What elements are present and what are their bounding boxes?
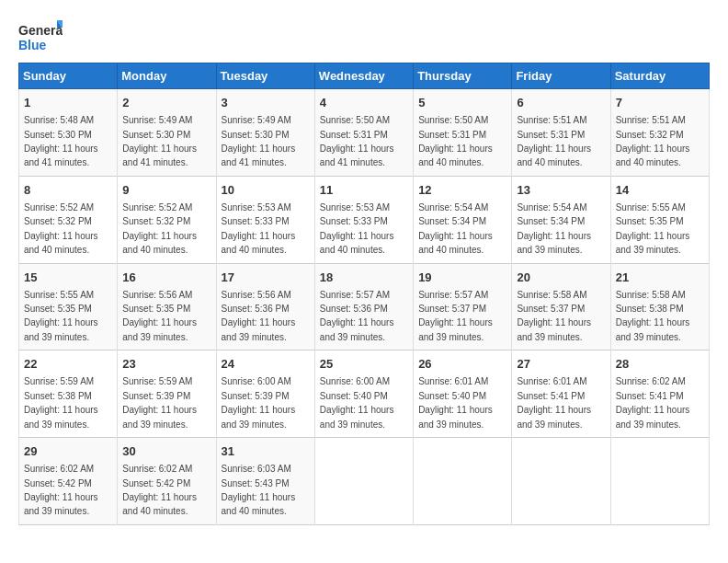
- day-info: Sunrise: 5:52 AMSunset: 5:32 PMDaylight:…: [24, 202, 98, 255]
- day-info: Sunrise: 6:00 AMSunset: 5:40 PMDaylight:…: [320, 376, 394, 429]
- day-number: 26: [418, 356, 506, 373]
- calendar-cell: [610, 438, 709, 525]
- day-number: 22: [24, 356, 112, 373]
- calendar-cell: 9 Sunrise: 5:52 AMSunset: 5:32 PMDayligh…: [118, 176, 216, 263]
- day-number: 4: [320, 95, 408, 111]
- col-header-thursday: Thursday: [414, 63, 512, 89]
- calendar-week-1: 1 Sunrise: 5:48 AMSunset: 5:30 PMDayligh…: [19, 89, 710, 177]
- calendar-cell: 29 Sunrise: 6:02 AMSunset: 5:42 PMDaylig…: [19, 438, 118, 525]
- day-info: Sunrise: 5:58 AMSunset: 5:38 PMDaylight:…: [616, 290, 690, 342]
- calendar-cell: 5 Sunrise: 5:50 AMSunset: 5:31 PMDayligh…: [414, 89, 512, 177]
- day-info: Sunrise: 6:01 AMSunset: 5:41 PMDaylight:…: [517, 376, 591, 429]
- day-number: 15: [24, 270, 112, 286]
- calendar-cell: 30 Sunrise: 6:02 AMSunset: 5:42 PMDaylig…: [118, 438, 216, 525]
- calendar-cell: 13 Sunrise: 5:54 AMSunset: 5:34 PMDaylig…: [512, 176, 610, 263]
- day-number: 30: [122, 443, 210, 460]
- day-info: Sunrise: 6:02 AMSunset: 5:41 PMDaylight:…: [616, 376, 690, 429]
- day-number: 19: [418, 270, 506, 286]
- day-number: 11: [320, 182, 408, 199]
- day-info: Sunrise: 5:53 AMSunset: 5:33 PMDaylight:…: [320, 202, 394, 255]
- day-info: Sunrise: 5:57 AMSunset: 5:37 PMDaylight:…: [418, 290, 493, 342]
- calendar-cell: 15 Sunrise: 5:55 AMSunset: 5:35 PMDaylig…: [19, 263, 118, 350]
- day-info: Sunrise: 5:55 AMSunset: 5:35 PMDaylight:…: [616, 202, 690, 255]
- calendar-cell: [414, 438, 512, 525]
- day-info: Sunrise: 5:50 AMSunset: 5:31 PMDaylight:…: [320, 115, 394, 167]
- calendar-cell: 18 Sunrise: 5:57 AMSunset: 5:36 PMDaylig…: [314, 263, 413, 350]
- col-header-saturday: Saturday: [610, 63, 709, 89]
- day-number: 2: [122, 95, 210, 111]
- day-info: Sunrise: 6:02 AMSunset: 5:42 PMDaylight:…: [122, 464, 197, 516]
- calendar-cell: 28 Sunrise: 6:02 AMSunset: 5:41 PMDaylig…: [610, 350, 709, 438]
- day-number: 5: [418, 95, 506, 111]
- day-info: Sunrise: 5:57 AMSunset: 5:36 PMDaylight:…: [320, 290, 394, 342]
- calendar-cell: [314, 438, 413, 525]
- svg-text:General: General: [18, 23, 63, 38]
- day-info: Sunrise: 5:49 AMSunset: 5:30 PMDaylight:…: [122, 115, 197, 167]
- day-number: 3: [222, 95, 310, 111]
- calendar-cell: 14 Sunrise: 5:55 AMSunset: 5:35 PMDaylig…: [610, 176, 709, 263]
- calendar-cell: 7 Sunrise: 5:51 AMSunset: 5:32 PMDayligh…: [610, 89, 709, 177]
- day-number: 10: [222, 182, 310, 199]
- page-header: General Blue: [18, 18, 710, 57]
- day-number: 23: [122, 356, 210, 373]
- calendar-cell: 27 Sunrise: 6:01 AMSunset: 5:41 PMDaylig…: [512, 350, 610, 438]
- calendar-cell: 6 Sunrise: 5:51 AMSunset: 5:31 PMDayligh…: [512, 89, 610, 177]
- day-info: Sunrise: 5:49 AMSunset: 5:30 PMDaylight:…: [222, 115, 296, 167]
- day-info: Sunrise: 5:50 AMSunset: 5:31 PMDaylight:…: [418, 115, 493, 167]
- calendar-cell: 20 Sunrise: 5:58 AMSunset: 5:37 PMDaylig…: [512, 263, 610, 350]
- calendar-cell: 4 Sunrise: 5:50 AMSunset: 5:31 PMDayligh…: [314, 89, 413, 177]
- calendar-cell: 19 Sunrise: 5:57 AMSunset: 5:37 PMDaylig…: [414, 263, 512, 350]
- day-number: 17: [222, 270, 310, 286]
- col-header-tuesday: Tuesday: [216, 63, 314, 89]
- calendar-week-4: 22 Sunrise: 5:59 AMSunset: 5:38 PMDaylig…: [19, 350, 710, 438]
- day-info: Sunrise: 6:00 AMSunset: 5:39 PMDaylight:…: [222, 376, 296, 429]
- calendar-cell: 10 Sunrise: 5:53 AMSunset: 5:33 PMDaylig…: [216, 176, 314, 263]
- day-number: 28: [616, 356, 704, 373]
- day-number: 16: [122, 270, 210, 286]
- day-number: 27: [517, 356, 605, 373]
- calendar-cell: 31 Sunrise: 6:03 AMSunset: 5:43 PMDaylig…: [216, 438, 314, 525]
- day-number: 13: [517, 182, 605, 199]
- col-header-monday: Monday: [118, 63, 216, 89]
- day-info: Sunrise: 5:59 AMSunset: 5:38 PMDaylight:…: [24, 376, 98, 429]
- calendar-cell: 16 Sunrise: 5:56 AMSunset: 5:35 PMDaylig…: [118, 263, 216, 350]
- calendar-cell: 22 Sunrise: 5:59 AMSunset: 5:38 PMDaylig…: [19, 350, 118, 438]
- logo: General Blue: [18, 18, 63, 57]
- day-info: Sunrise: 5:59 AMSunset: 5:39 PMDaylight:…: [122, 376, 197, 429]
- calendar-cell: 12 Sunrise: 5:54 AMSunset: 5:34 PMDaylig…: [414, 176, 512, 263]
- day-number: 14: [616, 182, 704, 199]
- day-info: Sunrise: 5:52 AMSunset: 5:32 PMDaylight:…: [122, 202, 197, 255]
- calendar-cell: 23 Sunrise: 5:59 AMSunset: 5:39 PMDaylig…: [118, 350, 216, 438]
- calendar-week-2: 8 Sunrise: 5:52 AMSunset: 5:32 PMDayligh…: [19, 176, 710, 263]
- day-number: 24: [222, 356, 310, 373]
- calendar-week-3: 15 Sunrise: 5:55 AMSunset: 5:35 PMDaylig…: [19, 263, 710, 350]
- col-header-wednesday: Wednesday: [314, 63, 413, 89]
- day-info: Sunrise: 5:53 AMSunset: 5:33 PMDaylight:…: [222, 202, 296, 255]
- day-number: 21: [616, 270, 704, 286]
- day-number: 12: [418, 182, 506, 199]
- calendar-cell: 1 Sunrise: 5:48 AMSunset: 5:30 PMDayligh…: [19, 89, 118, 177]
- day-number: 7: [616, 95, 704, 111]
- calendar-table: SundayMondayTuesdayWednesdayThursdayFrid…: [18, 63, 710, 525]
- day-number: 6: [517, 95, 605, 111]
- day-info: Sunrise: 5:55 AMSunset: 5:35 PMDaylight:…: [24, 290, 98, 342]
- calendar-cell: 24 Sunrise: 6:00 AMSunset: 5:39 PMDaylig…: [216, 350, 314, 438]
- day-number: 1: [24, 95, 112, 111]
- day-info: Sunrise: 5:51 AMSunset: 5:32 PMDaylight:…: [616, 115, 690, 167]
- day-number: 25: [320, 356, 408, 373]
- col-header-sunday: Sunday: [19, 63, 118, 89]
- day-number: 31: [222, 443, 310, 460]
- calendar-cell: 3 Sunrise: 5:49 AMSunset: 5:30 PMDayligh…: [216, 89, 314, 177]
- calendar-cell: 25 Sunrise: 6:00 AMSunset: 5:40 PMDaylig…: [314, 350, 413, 438]
- day-info: Sunrise: 6:02 AMSunset: 5:42 PMDaylight:…: [24, 464, 98, 516]
- logo-svg: General Blue: [18, 18, 63, 57]
- calendar-cell: 11 Sunrise: 5:53 AMSunset: 5:33 PMDaylig…: [314, 176, 413, 263]
- day-number: 18: [320, 270, 408, 286]
- calendar-week-5: 29 Sunrise: 6:02 AMSunset: 5:42 PMDaylig…: [19, 438, 710, 525]
- day-info: Sunrise: 6:01 AMSunset: 5:40 PMDaylight:…: [418, 376, 493, 429]
- day-info: Sunrise: 5:56 AMSunset: 5:35 PMDaylight:…: [122, 290, 197, 342]
- day-info: Sunrise: 5:54 AMSunset: 5:34 PMDaylight:…: [418, 202, 493, 255]
- day-info: Sunrise: 5:54 AMSunset: 5:34 PMDaylight:…: [517, 202, 591, 255]
- day-info: Sunrise: 5:58 AMSunset: 5:37 PMDaylight:…: [517, 290, 591, 342]
- calendar-header-row: SundayMondayTuesdayWednesdayThursdayFrid…: [19, 63, 710, 89]
